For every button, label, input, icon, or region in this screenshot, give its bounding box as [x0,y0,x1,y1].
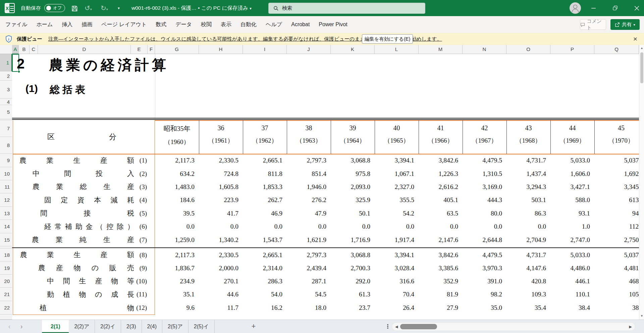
cell[interactable]: 26.4 [375,301,419,315]
row-header-21[interactable]: 21 [0,288,12,301]
column-header-O[interactable]: O [506,45,550,54]
cell[interactable]: 3,842.6 [419,154,463,167]
cell[interactable]: 468.4 [594,275,639,288]
row-label-cell[interactable]: 農業生産額(8) [13,248,155,261]
row-label-cell[interactable]: 固定資本減耗(4) [13,193,155,207]
cell[interactable]: 286.3 [243,275,287,288]
year-header-cell[interactable]: 42（1967） [463,120,506,154]
cell[interactable]: 3,427.1 [550,180,594,193]
cell[interactable]: 2,093.0 [331,180,375,193]
cell[interactable]: 1,621.9 [287,233,331,246]
cell[interactable]: 1,437.4 [506,167,550,180]
column-header-M[interactable]: M [419,45,463,54]
cell[interactable]: 70.4 [375,288,419,301]
undo-icon[interactable]: ↺▾ [83,0,93,16]
cell[interactable]: 634.2 [155,167,199,180]
year-header-cell[interactable]: 43（1968） [506,120,550,154]
column-header-F[interactable]: F [148,45,155,54]
cell[interactable]: 27.9 [419,301,463,315]
column-header-B[interactable]: B [19,45,30,54]
row-header-14[interactable]: 14 [0,220,12,233]
tab-scroll-right-icon[interactable]: › [17,320,26,333]
ribbon-tab-データ[interactable]: データ [175,21,192,28]
cell[interactable]: 98.2 [463,288,506,301]
column-header-C[interactable]: C [30,45,38,54]
row-label-cell[interactable]: 間接税(5) [13,207,155,220]
row-header-4[interactable]: 4 [0,99,12,105]
cell[interactable]: 0.0 [375,220,419,233]
cell[interactable]: 355.5 [375,193,419,207]
row-label-cell[interactable]: 農業総生産(3) [13,180,155,193]
cell[interactable]: 262.7 [243,193,287,207]
cell[interactable]: 16.2 [243,301,287,315]
cell[interactable]: 86.3 [506,207,550,220]
cell[interactable]: 38.4 [550,301,594,315]
year-header-cell[interactable]: 37（1962） [243,120,287,154]
cell[interactable]: 2,147.6 [419,233,463,246]
cell[interactable]: 94.2 [594,207,639,220]
row-header-22[interactable]: 22 [0,301,12,315]
cell[interactable]: 63.5 [419,207,463,220]
year-header-cell[interactable]: 45（1970） [594,120,639,154]
row-header-3[interactable]: 3 [0,81,12,99]
cell[interactable]: 444.3 [463,193,506,207]
row-label-cell[interactable]: 中間投入(2) [13,167,155,180]
ribbon-tab-Acrobat[interactable]: Acrobat [291,21,310,28]
scroll-up-icon[interactable]: ▲ [639,46,644,50]
cell[interactable]: 1,917.4 [375,233,419,246]
column-header-A[interactable]: A [12,45,19,54]
cell[interactable]: 1,067.1 [375,167,419,180]
column-header-G[interactable]: G [155,45,199,54]
ribbon-tab-ページ レイアウト[interactable]: ページ レイアウト [101,21,147,28]
sheet-tab-2(3)[interactable]: 2(3) [121,320,142,333]
row-label-cell[interactable]: 動植物の成長(11) [13,288,155,301]
row-header-2[interactable]: 2 [0,72,12,81]
vertical-scrollbar[interactable]: ▲ ▼ [639,45,644,320]
hidden-rows-marker[interactable] [0,315,12,320]
year-header-cell[interactable]: 44（1969） [550,120,594,154]
year-header-cell[interactable]: 昭和35年（1960） [155,120,199,154]
cell[interactable]: 2,000.0 [199,261,243,275]
cell[interactable]: 292.0 [331,275,375,288]
cell[interactable]: 4,147.6 [506,261,550,275]
year-header-cell[interactable]: 40（1965） [375,120,419,154]
cell[interactable]: 975.8 [331,167,375,180]
row-header-8[interactable]: 8 [0,137,12,154]
cell[interactable]: 1,226.3 [419,167,463,180]
year-header-cell[interactable]: 39（1964） [331,120,375,154]
cell[interactable]: 0.0 [287,220,331,233]
cell[interactable]: 724.8 [199,167,243,180]
row-label-cell[interactable]: 農業生産額(1) [13,154,155,167]
row-header-1[interactable]: 1 [0,54,12,72]
cell[interactable]: 5,033.0 [550,154,594,167]
row-label-cell[interactable]: 経常補助金（控除）(6) [13,220,155,233]
cell[interactable]: 352.9 [419,275,463,288]
document-title[interactable]: w001-r6-002 (3).xls - 保護… • この PC に保存済み … [131,0,252,16]
cell[interactable]: 2,644.8 [463,233,506,246]
cell[interactable]: 3,385.6 [419,261,463,275]
cell[interactable]: 391.0 [463,275,506,288]
table-corner-header[interactable]: 区分 [13,120,155,154]
excel-app-icon[interactable]: X [5,3,15,13]
qat-customize-icon[interactable]: ▾ [115,0,123,16]
column-header-P[interactable]: P [550,45,594,54]
row-header-15[interactable]: 15 [0,233,12,246]
cell[interactable]: 1,716.9 [331,233,375,246]
cell[interactable]: 851.4 [287,167,331,180]
cell[interactable]: 588.0 [550,193,594,207]
cell[interactable]: 4,479.5 [463,248,506,261]
cell[interactable]: 93.1 [550,207,594,220]
year-header-cell[interactable]: 38（1963） [287,120,331,154]
save-icon[interactable] [69,0,80,16]
cell[interactable]: 44.6 [199,288,243,301]
cell[interactable]: 4,486.0 [550,261,594,275]
cell[interactable]: 0.0 [506,220,550,233]
column-header-L[interactable]: L [375,45,419,54]
cell[interactable]: 46.9 [243,207,287,220]
cell[interactable]: 47.9 [287,207,331,220]
cell[interactable]: 1,483.0 [155,180,199,193]
ribbon-tab-表示[interactable]: 表示 [221,21,231,28]
close-button[interactable] [629,0,644,16]
vertical-scroll-thumb[interactable] [640,52,643,83]
column-header-K[interactable]: K [331,45,375,54]
